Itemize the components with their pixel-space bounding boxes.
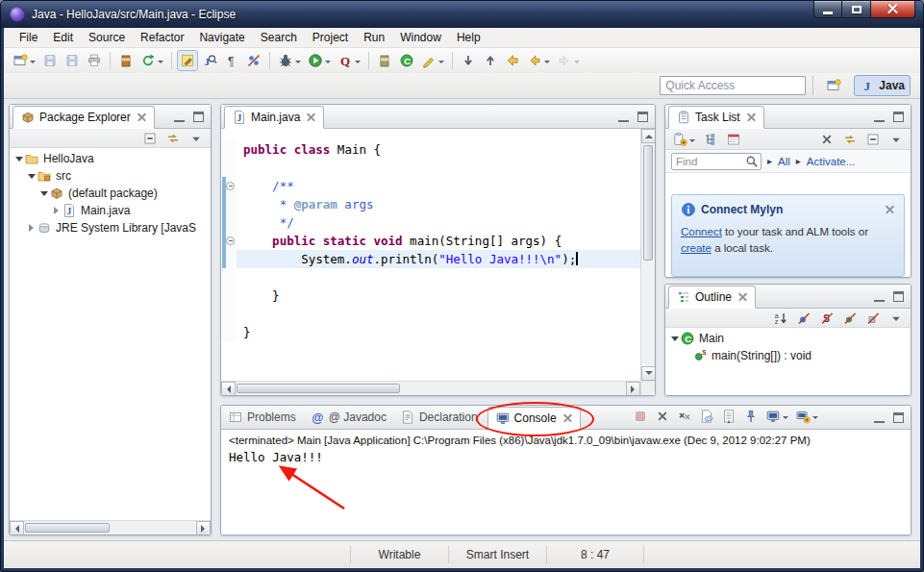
minimize-view-button[interactable] bbox=[871, 410, 887, 425]
scope-arrow-icon[interactable]: ▸ bbox=[796, 157, 801, 166]
tab-declaration[interactable]: Declaration bbox=[393, 406, 485, 429]
code-line-10[interactable] bbox=[221, 305, 640, 323]
maximize-view-button[interactable] bbox=[890, 289, 907, 304]
scroll-left-button[interactable] bbox=[10, 521, 24, 535]
activate-task-link[interactable]: Activate... bbox=[807, 156, 856, 167]
code-line-2[interactable] bbox=[221, 159, 640, 177]
fold-collapse-icon[interactable] bbox=[226, 182, 235, 190]
menu-navigate[interactable]: Navigate bbox=[191, 29, 252, 46]
menu-run[interactable]: Run bbox=[356, 29, 392, 46]
debug-dropdown[interactable] bbox=[275, 50, 304, 71]
sort-button[interactable]: az bbox=[770, 308, 791, 329]
expanded-arrow-icon[interactable] bbox=[13, 150, 24, 167]
new-wizard-green-dropdown[interactable] bbox=[137, 50, 166, 71]
view-menu-button[interactable] bbox=[886, 308, 907, 329]
menu-help[interactable]: Help bbox=[449, 29, 488, 46]
tab-outline[interactable]: Outline bbox=[668, 286, 756, 309]
hide-fields-button[interactable] bbox=[793, 308, 814, 329]
open-element-dropdown[interactable] bbox=[418, 50, 447, 71]
tab-package-explorer[interactable]: Package Explorer bbox=[12, 106, 155, 129]
view-menu-button[interactable] bbox=[186, 128, 207, 149]
close-tab-icon[interactable] bbox=[563, 413, 573, 423]
maximize-view-button[interactable] bbox=[890, 410, 907, 425]
menu-search[interactable]: Search bbox=[253, 29, 305, 46]
tree-item-main[interactable]: CMain bbox=[665, 330, 911, 347]
display-selected-console-dropdown[interactable] bbox=[762, 406, 791, 427]
focus-on-workweek-button[interactable] bbox=[723, 129, 744, 150]
scroll-up-button[interactable] bbox=[641, 129, 656, 143]
collapse-all-button[interactable] bbox=[862, 129, 884, 150]
java-search-button[interactable]: J bbox=[199, 50, 220, 71]
tab-problems[interactable]: Problems bbox=[221, 406, 303, 429]
minimize-editor-button[interactable] bbox=[615, 110, 632, 124]
hide-static-members-button[interactable]: S bbox=[816, 308, 837, 329]
tree-item-main-string-void[interactable]: Smain(String[]) : void bbox=[665, 347, 911, 364]
fold-collapse-icon[interactable] bbox=[226, 236, 235, 245]
minimize-view-button[interactable] bbox=[171, 110, 187, 124]
close-view-icon[interactable] bbox=[137, 112, 147, 122]
toggle-mark-occurrences-button[interactable] bbox=[177, 50, 198, 71]
back-dropdown[interactable] bbox=[524, 50, 553, 71]
tab-task-list[interactable]: Task List bbox=[668, 106, 764, 129]
horizontal-scrollbar[interactable] bbox=[10, 520, 211, 535]
open-console-dropdown[interactable] bbox=[792, 406, 821, 427]
editor-horizontal-scrollbar[interactable] bbox=[221, 381, 640, 395]
open-type-button[interactable] bbox=[374, 50, 395, 71]
open-perspective-button[interactable] bbox=[820, 75, 847, 96]
link-with-editor-button[interactable] bbox=[839, 129, 861, 150]
scrollbar-thumb[interactable] bbox=[237, 384, 400, 393]
tab-console[interactable]: Console bbox=[487, 407, 581, 430]
scroll-down-button[interactable] bbox=[641, 366, 656, 381]
hide-non-public-members-button[interactable] bbox=[839, 308, 861, 329]
code-editor[interactable]: public class Main { /** * @param args */… bbox=[221, 129, 640, 381]
pin-console-button[interactable] bbox=[740, 406, 762, 427]
new-java-class-button[interactable]: C bbox=[396, 50, 417, 71]
maximize-button[interactable] bbox=[842, 1, 870, 18]
remove-all-terminated-button[interactable] bbox=[674, 406, 695, 427]
run-dropdown[interactable] bbox=[305, 50, 334, 71]
menu-project[interactable]: Project bbox=[305, 29, 356, 46]
clear-console-button[interactable] bbox=[696, 406, 717, 427]
last-edit-location-button[interactable] bbox=[502, 50, 523, 71]
menu-refactor[interactable]: Refactor bbox=[133, 29, 191, 46]
code-line-9[interactable]: } bbox=[221, 286, 640, 305]
coverage-dropdown[interactable]: Q bbox=[335, 50, 363, 71]
minimize-view-button[interactable] bbox=[871, 289, 887, 304]
scroll-right-button[interactable] bbox=[196, 521, 211, 535]
tab-main-java[interactable]: J Main.java bbox=[224, 106, 324, 129]
view-menu-button[interactable] bbox=[886, 129, 907, 150]
java-perspective-button[interactable]: J Java bbox=[854, 75, 911, 96]
tree-item-jre-system-library-javas[interactable]: JRE System Library [JavaS bbox=[10, 219, 211, 236]
maximize-view-button[interactable] bbox=[890, 110, 907, 124]
skip-all-breakpoints-button[interactable] bbox=[243, 50, 264, 71]
scrollbar-thumb[interactable] bbox=[643, 145, 653, 261]
scrollbar-thumb[interactable] bbox=[25, 523, 110, 533]
remove-launch-button[interactable] bbox=[652, 406, 673, 427]
minimize-button[interactable] bbox=[813, 1, 842, 18]
categorized-view-button[interactable] bbox=[700, 129, 721, 150]
connect-link[interactable]: Connect bbox=[681, 226, 722, 237]
previous-annotation-button[interactable] bbox=[480, 50, 501, 71]
code-line-7[interactable]: System.out.println("Hello Java!!!\n"); bbox=[221, 250, 640, 268]
code-line-5[interactable]: */ bbox=[221, 213, 640, 232]
menu-source[interactable]: Source bbox=[81, 29, 133, 46]
maximize-view-button[interactable] bbox=[190, 110, 207, 124]
find-scope-all-link[interactable]: All bbox=[778, 156, 790, 167]
expanded-arrow-icon[interactable] bbox=[38, 185, 49, 202]
link-with-editor-button[interactable] bbox=[162, 128, 184, 149]
code-line-11[interactable]: } bbox=[221, 323, 640, 341]
minimize-view-button[interactable] bbox=[871, 110, 887, 124]
scroll-left-button[interactable] bbox=[221, 382, 236, 396]
menu-window[interactable]: Window bbox=[392, 29, 449, 46]
hide-local-types-button[interactable] bbox=[862, 308, 884, 329]
close-button[interactable] bbox=[870, 1, 915, 18]
code-line-4[interactable]: * @param args bbox=[221, 195, 640, 213]
create-task-link[interactable]: create bbox=[681, 242, 712, 254]
dismiss-mylyn-icon[interactable] bbox=[886, 205, 895, 214]
code-line-8[interactable] bbox=[221, 268, 640, 286]
expanded-arrow-icon[interactable] bbox=[26, 167, 37, 185]
scroll-right-button[interactable] bbox=[626, 382, 640, 396]
editor-vertical-scrollbar[interactable] bbox=[640, 129, 655, 381]
maximize-editor-button[interactable] bbox=[635, 110, 651, 124]
new-task-dropdown[interactable] bbox=[669, 129, 698, 150]
